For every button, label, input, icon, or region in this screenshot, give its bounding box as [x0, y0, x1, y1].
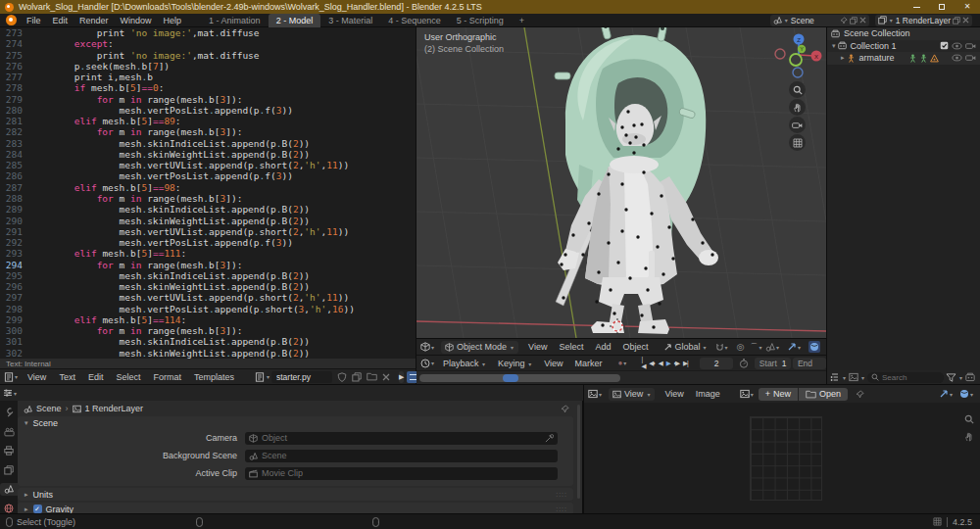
text-menu-templates[interactable]: Templates [188, 372, 240, 382]
text-menu-view[interactable]: View [22, 372, 52, 382]
code-line[interactable]: 292 mesh.vertPosList.append(p.f(3)) [0, 237, 416, 248]
text-datablock-name[interactable]: starter.py [271, 371, 332, 383]
outliner-row-collection-1[interactable]: ▾ Collection 1 [827, 40, 980, 53]
code-line[interactable]: 274 except: [0, 38, 416, 49]
blender-menu-icon[interactable] [6, 15, 17, 25]
code-line[interactable]: 298 mesh.vertPosList.append(p.short(3,'h… [0, 304, 416, 314]
checkbox-icon[interactable] [940, 41, 949, 50]
display-mode-dropdown[interactable]: View ▾ [609, 388, 655, 401]
tab-scene[interactable] [0, 483, 18, 496]
gizmo-neg-z-axis[interactable] [793, 68, 803, 77]
menu-edit[interactable]: Edit [47, 16, 74, 25]
editor-type-dropdown[interactable]: ▾ [416, 359, 437, 368]
properties-scrollbar[interactable] [577, 405, 580, 499]
code-line[interactable]: 297 mesh.vertUVList.append(p.short(2,'h'… [0, 292, 416, 303]
workspace-tab-scripting[interactable]: 5 - Scripting [449, 14, 512, 27]
display-mode-icon[interactable] [849, 372, 858, 382]
jump-to-start-icon[interactable]: |◀ [639, 356, 647, 370]
divider[interactable] [583, 384, 584, 513]
code-line[interactable]: 285 mesh.vertUVList.append(p.short(2,'h'… [0, 160, 416, 170]
jump-to-end-icon[interactable]: ▶| [681, 360, 690, 367]
code-line[interactable]: 300 for m in range(mesh.b[3]): [0, 325, 416, 336]
tab-render[interactable] [0, 426, 18, 439]
workspace-tab-sequence[interactable]: 4 - Sequence [380, 14, 449, 27]
code-line[interactable]: 295 mesh.skinIndiceList.append(p.B(2)) [0, 270, 416, 281]
img-menu-view[interactable]: View [659, 389, 689, 399]
workspace-tab-add[interactable]: + [512, 14, 532, 27]
tab-view-layer[interactable] [0, 464, 18, 477]
editor-type-dropdown[interactable]: ▾ [416, 342, 437, 352]
tl-menu-view[interactable]: View [538, 359, 568, 368]
play-icon[interactable]: ▶ [664, 360, 672, 367]
text-editor-code-area[interactable]: 273 print 'no image:',mat.diffuse274 exc… [0, 27, 416, 359]
text-menu-text[interactable]: Text [53, 372, 81, 382]
duplicate-icon[interactable] [953, 17, 960, 24]
code-line[interactable]: 280 mesh.vertPosList.append(p.f(3)) [0, 105, 416, 116]
frame-start-field[interactable]: Start1 [755, 358, 791, 369]
code-line[interactable]: 279 for m in range(mesh.b[3]): [0, 94, 416, 105]
code-line[interactable]: 278 if mesh.b[5]==0: [0, 82, 416, 93]
camera-view-icon[interactable] [789, 117, 806, 133]
transform-orientation-dropdown[interactable]: Global▾ [663, 342, 707, 352]
eye-icon[interactable] [952, 42, 962, 50]
eye-icon[interactable] [952, 54, 962, 62]
new-image-button[interactable]: + New [759, 388, 798, 401]
breadcrumb-scene[interactable]: Scene [36, 404, 62, 413]
overlays-dropdown[interactable]: ▾ [765, 342, 780, 352]
code-line[interactable]: 299 elif mesh.b[5]==114: [0, 314, 416, 325]
search-input[interactable] [879, 372, 944, 383]
overlays-dropdown[interactable]: ▾ [959, 389, 974, 399]
code-line[interactable]: 291 mesh.vertUVList.append(p.short(2,'h'… [0, 226, 416, 237]
code-line[interactable]: 301 mesh.skinIndiceList.append(p.B(2)) [0, 336, 416, 347]
duplicate-icon[interactable] [352, 372, 362, 382]
view-layer-selector[interactable]: ▾ 1 RenderLayer [875, 15, 972, 26]
text-menu-select[interactable]: Select [110, 372, 146, 382]
code-line[interactable]: 281 elif mesh.b[5]==89: [0, 116, 416, 126]
stopwatch-icon[interactable] [739, 359, 749, 368]
drag-handle-icon[interactable]: :::: [556, 491, 567, 498]
camera-restrict-icon[interactable] [965, 42, 976, 50]
code-line[interactable]: 284 mesh.skinWeightList.append(p.B(2)) [0, 149, 416, 160]
gizmos-dropdown[interactable]: ▾ [939, 389, 954, 399]
tab-tool[interactable] [0, 407, 18, 419]
vp-menu-object[interactable]: Object [616, 342, 654, 352]
pin-icon[interactable] [561, 405, 569, 413]
current-frame-field[interactable]: 2 [700, 358, 734, 369]
viewport-3d[interactable]: Z X Y User Orthographic (2) Scene Collec… [416, 27, 826, 338]
code-line[interactable]: 289 mesh.skinIndiceList.append(p.B(2)) [0, 204, 416, 215]
menu-window[interactable]: Window [115, 16, 158, 25]
minimize-icon[interactable] [904, 0, 929, 14]
units-panel-header[interactable]: ▸ Units :::: [18, 488, 573, 501]
maximize-icon[interactable] [929, 0, 955, 14]
run-script-icon[interactable]: ▶ [399, 371, 404, 383]
outliner-editor-icon[interactable] [830, 372, 840, 382]
vp-menu-add[interactable]: Add [589, 342, 616, 352]
camera-field[interactable]: Object [245, 432, 558, 445]
gravity-checkbox[interactable]: ✓ [33, 505, 42, 513]
image-datablock-dropdown[interactable]: ▾ [740, 389, 755, 399]
shield-icon[interactable] [337, 372, 347, 382]
code-line[interactable]: 288 for m in range(mesh.b[3]): [0, 193, 416, 204]
character-model[interactable] [555, 27, 718, 334]
navigation-gizmo[interactable]: Z X Y [775, 34, 822, 78]
menu-help[interactable]: Help [158, 16, 188, 25]
duplicate-icon[interactable] [850, 17, 858, 24]
auto-keyframe-icon[interactable]: ● [618, 359, 623, 367]
viewport-shading-solid[interactable] [808, 341, 820, 353]
perspective-grid-icon[interactable] [789, 134, 806, 151]
code-line[interactable]: 282 for m in range(mesh.b[3]): [0, 126, 416, 137]
active-clip-field[interactable]: Movie Clip [245, 467, 558, 480]
outliner-row-scene-collection[interactable]: Scene Collection [827, 27, 980, 40]
code-line[interactable]: 296 mesh.skinWeightList.append(p.B(2)) [0, 281, 416, 292]
unlink-x-icon[interactable] [962, 17, 969, 24]
outliner-row-armature[interactable]: ▸ armature [827, 52, 980, 65]
camera-restrict-icon[interactable] [965, 54, 976, 62]
tab-output[interactable] [0, 445, 18, 457]
tl-menu-playback[interactable]: Playback ▾ [437, 359, 492, 368]
shading-gizmo-dropdown[interactable]: ▾ [787, 342, 802, 352]
timeline-scrubber[interactable] [416, 370, 826, 384]
scene-panel-header[interactable]: ▾ Scene [18, 416, 573, 429]
code-line[interactable]: 275 print 'no image:',mat.diffuse [0, 50, 416, 61]
text-menu-format[interactable]: Format [147, 372, 187, 382]
code-line[interactable]: 294 for m in range(mesh.b[3]): [0, 260, 416, 270]
